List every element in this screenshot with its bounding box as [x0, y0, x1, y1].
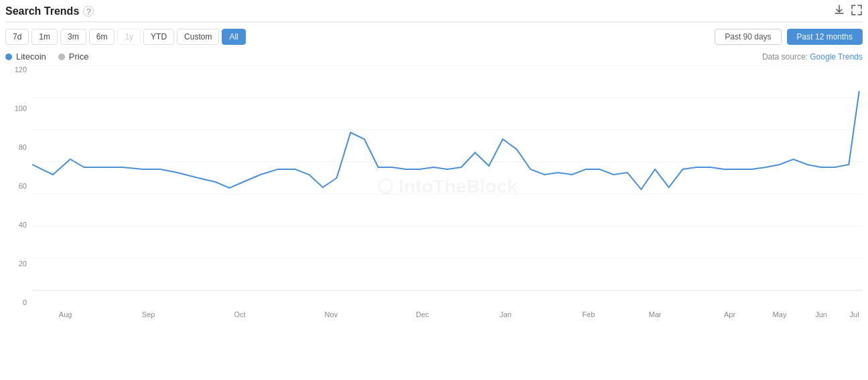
page-title: Search Trends	[5, 5, 79, 17]
toolbar: 7d 1m 3m 6m 1y YTD Custom All Past 90 da…	[5, 22, 863, 49]
range-buttons: Past 90 days Past 12 months	[715, 29, 863, 45]
price-dot	[58, 54, 65, 60]
x-label-jun: Jun	[815, 310, 827, 318]
period-buttons: 7d 1m 3m 6m 1y YTD Custom All	[5, 29, 246, 45]
x-label-sep: Sep	[142, 310, 155, 318]
legend-price: Price	[58, 52, 89, 62]
chart-area: 120 100 80 60 40 20 0 ⬡ IntoTheBlock	[5, 66, 863, 326]
header: Search Trends ?	[5, 0, 863, 22]
header-left: Search Trends ?	[5, 5, 94, 17]
x-label-oct: Oct	[234, 310, 245, 318]
chart-inner: ⬡ IntoTheBlock	[32, 66, 863, 306]
x-label-apr: Apr	[724, 310, 735, 318]
y-label-60: 60	[19, 182, 27, 190]
period-6m[interactable]: 6m	[89, 29, 115, 45]
search-trends-widget: Search Trends ? 7d 1m 3m 6m 1y YTD C	[0, 0, 868, 380]
range-90days[interactable]: Past 90 days	[715, 29, 781, 45]
y-axis: 120 100 80 60 40 20 0	[5, 66, 32, 306]
header-right	[833, 4, 863, 19]
x-label-feb: Feb	[582, 310, 595, 318]
range-12months[interactable]: Past 12 months	[787, 29, 863, 45]
x-label-mar: Mar	[649, 310, 662, 318]
chart-svg	[32, 66, 863, 306]
period-7d[interactable]: 7d	[5, 29, 29, 45]
legend-items: Litecoin Price	[5, 52, 88, 62]
legend-litecoin: Litecoin	[5, 52, 46, 62]
period-1m[interactable]: 1m	[31, 29, 58, 45]
legend-price-label: Price	[69, 52, 89, 62]
y-label-100: 100	[15, 104, 27, 112]
google-trends-link[interactable]: Google Trends	[810, 52, 863, 62]
period-custom[interactable]: Custom	[177, 29, 219, 45]
period-3m[interactable]: 3m	[60, 29, 86, 45]
x-label-jan: Jan	[500, 310, 512, 318]
y-label-120: 120	[15, 66, 27, 74]
x-axis: Aug Sep Oct Nov Dec Jan Feb Mar Apr May …	[32, 306, 863, 326]
y-label-0: 0	[23, 298, 27, 306]
x-label-jul: Jul	[850, 310, 859, 318]
y-label-40: 40	[19, 221, 27, 229]
x-label-may: May	[773, 310, 787, 318]
y-label-20: 20	[19, 260, 27, 268]
data-source-prefix: Data source:	[762, 52, 810, 62]
period-all[interactable]: All	[222, 29, 245, 45]
legend-litecoin-label: Litecoin	[16, 52, 46, 62]
data-source: Data source: Google Trends	[762, 52, 863, 62]
litecoin-line	[32, 91, 859, 189]
litecoin-dot	[5, 54, 12, 60]
expand-icon[interactable]	[851, 4, 863, 19]
help-icon[interactable]: ?	[83, 6, 94, 17]
x-label-aug: Aug	[59, 310, 72, 318]
legend-row: Litecoin Price Data source: Google Trend…	[5, 49, 863, 63]
period-ytd[interactable]: YTD	[143, 29, 174, 45]
x-label-dec: Dec	[416, 310, 429, 318]
y-label-80: 80	[19, 143, 27, 151]
x-label-nov: Nov	[325, 310, 338, 318]
download-icon[interactable]	[833, 4, 845, 19]
period-1y[interactable]: 1y	[117, 29, 141, 45]
